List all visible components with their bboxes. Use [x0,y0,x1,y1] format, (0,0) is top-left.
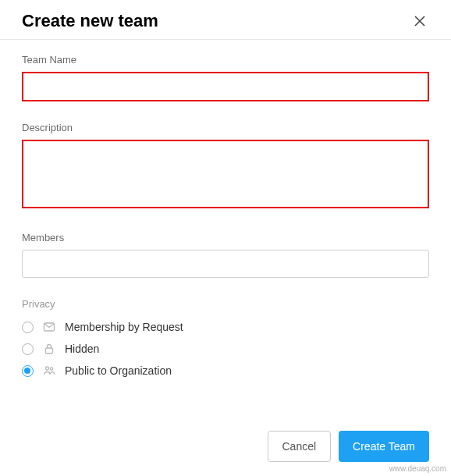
members-input[interactable] [22,250,429,278]
members-field: Members [22,232,429,278]
modal-title: Create new team [22,11,158,31]
mail-icon [43,321,55,333]
close-icon [414,15,426,27]
privacy-option-membership: Membership by Request [22,321,429,333]
cancel-button[interactable]: Cancel [268,431,332,462]
privacy-radio-hidden[interactable] [22,343,34,355]
modal-footer: Cancel Create Team [268,431,430,462]
privacy-option-label: Hidden [65,343,99,355]
privacy-option-label: Public to Organization [65,364,172,377]
privacy-radio-membership[interactable] [22,321,34,333]
people-icon [43,364,55,377]
modal-header: Create new team [0,0,451,40]
create-team-button[interactable]: Create Team [339,431,429,462]
description-input[interactable] [22,140,429,208]
privacy-option-public: Public to Organization [22,364,429,377]
privacy-option-label: Membership by Request [65,321,183,333]
privacy-group: Privacy Membership by Request Hidden [22,298,429,377]
watermark: www.deuaq.com [389,464,446,473]
modal-body: Team Name Description Members Privacy Me… [0,40,451,377]
description-field: Description [22,122,429,211]
team-name-field: Team Name [22,54,429,101]
team-name-label: Team Name [22,54,429,66]
svg-point-5 [50,368,52,370]
lock-icon [43,343,55,355]
close-button[interactable] [410,12,429,30]
team-name-input[interactable] [22,72,429,101]
description-label: Description [22,122,429,133]
create-team-modal: Create new team Team Name Description Me… [0,0,451,476]
svg-point-4 [46,367,49,370]
privacy-option-hidden: Hidden [22,343,429,355]
privacy-label: Privacy [22,298,429,310]
privacy-radio-public[interactable] [22,365,34,377]
members-label: Members [22,232,429,243]
svg-rect-3 [46,348,53,353]
